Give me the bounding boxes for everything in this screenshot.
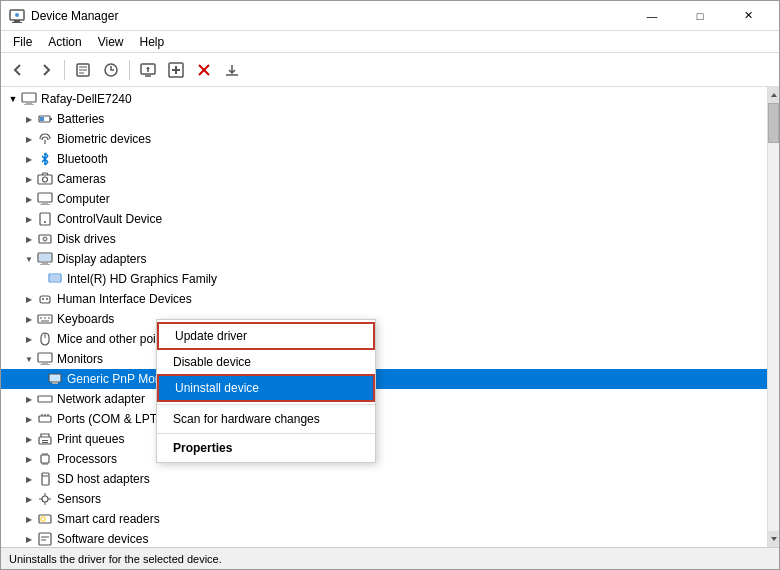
svg-rect-52 xyxy=(49,374,61,382)
tree-toggle[interactable]: ▼ xyxy=(21,251,37,267)
software-icon xyxy=(37,531,53,547)
scroll-up[interactable] xyxy=(768,87,779,103)
minimize-button[interactable]: — xyxy=(629,1,675,31)
tree-toggle[interactable]: ▶ xyxy=(21,511,37,527)
ports-icon xyxy=(37,411,53,427)
status-text: Uninstalls the driver for the selected d… xyxy=(9,553,222,565)
download-button[interactable] xyxy=(219,57,245,83)
toolbar-separator-2 xyxy=(129,60,130,80)
tree-toggle[interactable]: ▶ xyxy=(21,191,37,207)
tree-toggle[interactable]: ▶ xyxy=(21,471,37,487)
ctx-uninstall-device[interactable]: Uninstall device xyxy=(157,374,375,402)
tree-item[interactable]: ▶Network adapter xyxy=(1,389,767,409)
svg-rect-29 xyxy=(40,213,50,225)
tree-item[interactable]: ▶Ports (COM & LPT) xyxy=(1,409,767,429)
tree-item-label: SD host adapters xyxy=(57,472,150,486)
tree-toggle[interactable]: ▶ xyxy=(21,451,37,467)
svg-rect-49 xyxy=(38,353,52,362)
tree-toggle[interactable]: ▶ xyxy=(21,171,37,187)
maximize-button[interactable]: □ xyxy=(677,1,723,31)
tree-toggle[interactable]: ▶ xyxy=(21,151,37,167)
add-driver-button[interactable] xyxy=(163,57,189,83)
tree-item[interactable]: ▶Batteries xyxy=(1,109,767,129)
svg-rect-63 xyxy=(42,440,48,441)
tree-item[interactable]: ▼Display adapters xyxy=(1,249,767,269)
monitor-child-icon xyxy=(47,371,63,387)
tree-item[interactable]: ▼Monitors xyxy=(1,349,767,369)
app-icon xyxy=(9,8,25,24)
menu-file[interactable]: File xyxy=(5,33,40,51)
tree-item[interactable]: ▶Computer xyxy=(1,189,767,209)
tree-item-label: Disk drives xyxy=(57,232,116,246)
svg-rect-72 xyxy=(42,473,49,485)
tree-toggle[interactable]: ▼ xyxy=(21,351,37,367)
tree-item[interactable]: ▶Smart card readers xyxy=(1,509,767,529)
tree-item[interactable]: ▶ControlVault Device xyxy=(1,209,767,229)
device-manager-window: Device Manager — □ ✕ File Action View He… xyxy=(0,0,780,570)
camera-icon xyxy=(37,171,53,187)
tree-item[interactable]: ▶SD host adapters xyxy=(1,469,767,489)
ctx-properties[interactable]: Properties xyxy=(157,436,375,460)
tree-toggle[interactable]: ▶ xyxy=(21,311,37,327)
device-tree[interactable]: ▼ Rafay-DellE7240 ▶Batteries▶Biometric d… xyxy=(1,87,767,547)
svg-point-30 xyxy=(44,221,46,223)
back-button[interactable] xyxy=(5,57,31,83)
tree-item[interactable]: ▶Processors xyxy=(1,449,767,469)
tree-toggle[interactable]: ▶ xyxy=(21,331,37,347)
device-icon xyxy=(37,211,53,227)
tree-item[interactable]: ▶Cameras xyxy=(1,169,767,189)
tree-item[interactable]: ▶Software devices xyxy=(1,529,767,547)
menu-help[interactable]: Help xyxy=(132,33,173,51)
remove-button[interactable] xyxy=(191,57,217,83)
svg-rect-27 xyxy=(42,202,48,204)
scan-button[interactable] xyxy=(98,57,124,83)
tree-item[interactable]: ▶Human Interface Devices xyxy=(1,289,767,309)
tree-toggle xyxy=(31,371,47,387)
scrollbar-track[interactable] xyxy=(767,87,779,547)
svg-rect-40 xyxy=(40,296,50,303)
menu-action[interactable]: Action xyxy=(40,33,89,51)
ctx-update-driver[interactable]: Update driver xyxy=(157,322,375,350)
svg-rect-17 xyxy=(22,93,36,102)
svg-rect-26 xyxy=(38,193,52,202)
tree-item[interactable]: ▶Print queues xyxy=(1,429,767,449)
properties-button[interactable] xyxy=(70,57,96,83)
tree-item[interactable]: ▶Disk drives xyxy=(1,229,767,249)
menu-view[interactable]: View xyxy=(90,33,132,51)
tree-toggle[interactable]: ▶ xyxy=(21,411,37,427)
svg-rect-2 xyxy=(12,22,22,23)
tree-toggle[interactable]: ▶ xyxy=(21,111,37,127)
tree-item-label: ControlVault Device xyxy=(57,212,162,226)
tree-item-label: Keyboards xyxy=(57,312,114,326)
title-bar: Device Manager — □ ✕ xyxy=(1,1,779,31)
close-button[interactable]: ✕ xyxy=(725,1,771,31)
tree-item-label: Monitors xyxy=(57,352,103,366)
tree-toggle[interactable]: ▶ xyxy=(21,131,37,147)
scroll-thumb[interactable] xyxy=(768,103,779,143)
tree-item[interactable]: ▶Bluetooth xyxy=(1,149,767,169)
scroll-down[interactable] xyxy=(768,531,779,547)
tree-item[interactable]: ▶Biometric devices xyxy=(1,129,767,149)
tree-item[interactable]: ▶Keyboards xyxy=(1,309,767,329)
tree-toggle[interactable]: ▶ xyxy=(21,231,37,247)
tree-root[interactable]: ▼ Rafay-DellE7240 xyxy=(1,89,767,109)
root-toggle[interactable]: ▼ xyxy=(5,91,21,107)
tree-toggle[interactable]: ▶ xyxy=(21,291,37,307)
tree-toggle[interactable]: ▶ xyxy=(21,531,37,547)
tree-item-label: Network adapter xyxy=(57,392,145,406)
tree-item-label: Cameras xyxy=(57,172,106,186)
update-driver-tb-button[interactable] xyxy=(135,57,161,83)
tree-toggle[interactable]: ▶ xyxy=(21,391,37,407)
tree-item[interactable]: Generic PnP Monitor xyxy=(1,369,767,389)
tree-toggle[interactable]: ▶ xyxy=(21,431,37,447)
tree-item[interactable]: ▶Sensors xyxy=(1,489,767,509)
tree-item[interactable]: Intel(R) HD Graphics Family xyxy=(1,269,767,289)
main-area: ▼ Rafay-DellE7240 ▶Batteries▶Biometric d… xyxy=(1,87,779,547)
tree-toggle[interactable]: ▶ xyxy=(21,211,37,227)
forward-button[interactable] xyxy=(33,57,59,83)
tree-toggle[interactable]: ▶ xyxy=(21,491,37,507)
ctx-scan-hardware[interactable]: Scan for hardware changes xyxy=(157,407,375,431)
ctx-disable-device[interactable]: Disable device xyxy=(157,350,375,374)
print-icon xyxy=(37,431,53,447)
tree-item[interactable]: ▶Mice and other pointing devices xyxy=(1,329,767,349)
